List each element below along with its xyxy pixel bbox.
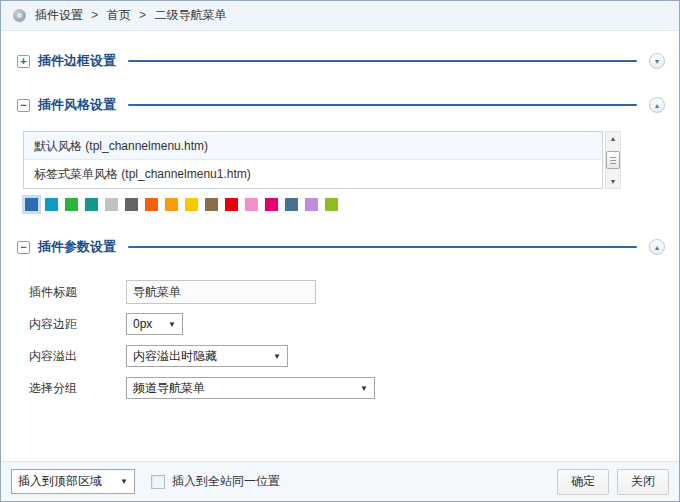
color-swatch[interactable] bbox=[285, 198, 298, 211]
breadcrumb-item-home: 首页 bbox=[107, 8, 131, 22]
breadcrumb-separator: > bbox=[91, 8, 98, 22]
color-swatch[interactable] bbox=[225, 198, 238, 211]
color-swatch-row bbox=[25, 198, 338, 211]
select-value: 插入到顶部区域 bbox=[18, 473, 102, 490]
section-divider bbox=[128, 246, 637, 248]
expand-icon[interactable]: + bbox=[17, 55, 30, 68]
select-value: 0px bbox=[133, 317, 152, 331]
breadcrumb-item-current: 二级导航菜单 bbox=[154, 8, 226, 22]
color-swatch[interactable] bbox=[125, 198, 138, 211]
section-param-settings-header: − 插件参数设置 ▲ bbox=[17, 239, 665, 255]
select-value: 频道导航菜单 bbox=[133, 380, 205, 397]
chevron-down-icon: ▼ bbox=[168, 320, 176, 329]
color-swatch[interactable] bbox=[185, 198, 198, 211]
select-value: 内容溢出时隐藏 bbox=[133, 348, 217, 365]
scroll-down-icon[interactable]: ▼ bbox=[606, 175, 620, 188]
insert-position-select[interactable]: 插入到顶部区域 ▼ bbox=[11, 469, 135, 494]
color-swatch[interactable] bbox=[65, 198, 78, 211]
form-row-overflow: 内容溢出 内容溢出时隐藏 ▼ bbox=[29, 345, 288, 367]
list-item-default-style[interactable]: 默认风格 (tpl_channelmenu.htm) bbox=[24, 132, 602, 160]
color-swatch[interactable] bbox=[165, 198, 178, 211]
field-label: 内容边距 bbox=[29, 316, 126, 333]
content-overflow-select[interactable]: 内容溢出时隐藏 ▼ bbox=[126, 345, 288, 367]
color-swatch[interactable] bbox=[105, 198, 118, 211]
plugin-settings-panel: 插件设置 > 首页 > 二级导航菜单 + 插件边框设置 ▼ − 插件风格设置 ▲… bbox=[0, 0, 680, 502]
color-swatch[interactable] bbox=[25, 198, 38, 211]
close-button[interactable]: 关闭 bbox=[617, 469, 669, 495]
template-style-list: 默认风格 (tpl_channelmenu.htm) 标签式菜单风格 (tpl_… bbox=[23, 131, 603, 189]
chevron-up-icon[interactable]: ▲ bbox=[649, 239, 665, 255]
section-divider bbox=[128, 104, 637, 106]
field-label: 插件标题 bbox=[29, 284, 126, 301]
chevron-down-icon: ▼ bbox=[120, 477, 128, 486]
color-swatch[interactable] bbox=[245, 198, 258, 211]
scrollbar-thumb[interactable] bbox=[606, 151, 620, 169]
color-swatch[interactable] bbox=[45, 198, 58, 211]
field-label: 内容溢出 bbox=[29, 348, 126, 365]
chevron-up-icon[interactable]: ▲ bbox=[649, 97, 665, 113]
breadcrumb: 插件设置 > 首页 > 二级导航菜单 bbox=[1, 1, 679, 31]
chevron-down-icon: ▼ bbox=[360, 384, 368, 393]
checkbox-label: 插入到全站同一位置 bbox=[172, 473, 280, 490]
chevron-down-icon[interactable]: ▼ bbox=[649, 53, 665, 69]
scroll-up-icon[interactable]: ▲ bbox=[606, 132, 620, 145]
footer-bar: 插入到顶部区域 ▼ 插入到全站同一位置 确定 关闭 bbox=[1, 461, 679, 501]
group-select[interactable]: 频道导航菜单 ▼ bbox=[126, 377, 375, 399]
section-style-settings-header: − 插件风格设置 ▲ bbox=[17, 97, 665, 113]
breadcrumb-separator: > bbox=[139, 8, 146, 22]
field-label: 选择分组 bbox=[29, 380, 126, 397]
breadcrumb-text: 插件设置 > 首页 > 二级导航菜单 bbox=[35, 7, 226, 24]
breadcrumb-item-plugin-settings: 插件设置 bbox=[35, 8, 83, 22]
form-row-title: 插件标题 bbox=[29, 280, 316, 304]
content-padding-select[interactable]: 0px ▼ bbox=[126, 313, 183, 335]
collapse-icon[interactable]: − bbox=[17, 241, 30, 254]
confirm-button[interactable]: 确定 bbox=[557, 469, 609, 495]
form-row-padding: 内容边距 0px ▼ bbox=[29, 313, 183, 335]
plugin-title-input[interactable] bbox=[126, 280, 316, 304]
color-swatch[interactable] bbox=[85, 198, 98, 211]
collapse-icon[interactable]: − bbox=[17, 99, 30, 112]
color-swatch[interactable] bbox=[265, 198, 278, 211]
form-row-group: 选择分组 频道导航菜单 ▼ bbox=[29, 377, 375, 399]
section-title: 插件参数设置 bbox=[38, 238, 116, 256]
list-item-tab-style[interactable]: 标签式菜单风格 (tpl_channelmenu1.htm) bbox=[24, 160, 602, 188]
section-border-settings-header: + 插件边框设置 ▼ bbox=[17, 53, 665, 69]
section-title: 插件边框设置 bbox=[38, 52, 116, 70]
color-swatch[interactable] bbox=[305, 198, 318, 211]
color-swatch[interactable] bbox=[325, 198, 338, 211]
list-scrollbar[interactable]: ▲ ▼ bbox=[605, 131, 621, 189]
section-title: 插件风格设置 bbox=[38, 96, 116, 114]
color-swatch[interactable] bbox=[205, 198, 218, 211]
chevron-down-icon: ▼ bbox=[273, 352, 281, 361]
section-divider bbox=[128, 60, 637, 62]
breadcrumb-icon bbox=[13, 9, 26, 22]
same-position-checkbox[interactable] bbox=[151, 475, 165, 489]
color-swatch[interactable] bbox=[145, 198, 158, 211]
